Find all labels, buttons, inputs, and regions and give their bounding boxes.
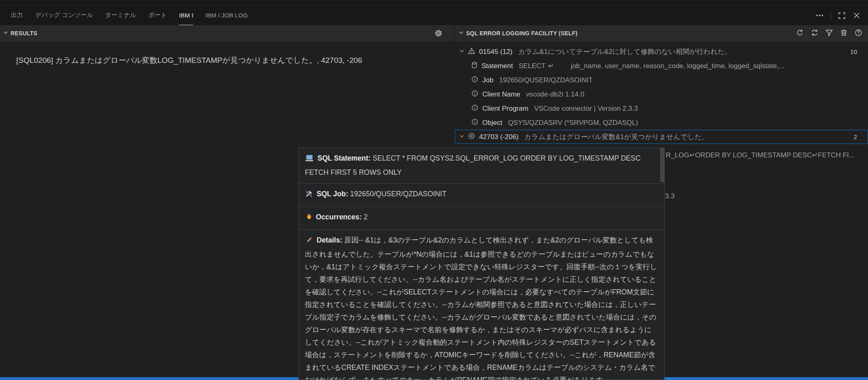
occurrence-badge: 10 bbox=[850, 48, 857, 55]
occurrence-badge: 2 bbox=[854, 133, 857, 140]
statement-label: Statement bbox=[482, 62, 513, 70]
statement-value: SELECT bbox=[519, 62, 546, 70]
error-code: 01545 (12) bbox=[479, 48, 512, 56]
tooltip-job-value: 192650/QUSER/QZDASOINIT bbox=[350, 190, 446, 198]
tooltip-job-section: SQL Job: 192650/QUSER/QZDASOINIT bbox=[299, 183, 664, 206]
tree-row-job[interactable]: Job 192650/QUSER/QZDASOINIT bbox=[455, 73, 868, 87]
client-program-label: Client Program bbox=[482, 105, 528, 113]
self-panel-header[interactable]: SQL ERROR LOGGING FACILITY (SELF) bbox=[455, 25, 868, 41]
tooltip-details-label: Details: bbox=[317, 236, 342, 244]
self-panel-actions bbox=[796, 28, 868, 39]
info-icon bbox=[471, 104, 479, 114]
job-value: 192650/QUSER/QZDASOINIT bbox=[499, 76, 593, 84]
refresh-icon[interactable] bbox=[796, 28, 804, 39]
sql-error-message: [SQL0206] カラムまたはグローバル変数LOG_TIMESTAMPが見つか… bbox=[16, 55, 362, 66]
client-name-label: Client Name bbox=[482, 90, 520, 99]
tree-row-42703-selected[interactable]: 42703 (-206) カラムまたはグローバル変数&1が見つかりませんでした。… bbox=[455, 130, 868, 144]
fire-icon bbox=[305, 213, 312, 225]
chevron-down-icon[interactable] bbox=[459, 133, 465, 141]
gear-icon[interactable] bbox=[434, 29, 443, 39]
tree-row-object[interactable]: Object QSYS/QZDASRV (*SRVPGM, QZDASQL) bbox=[455, 116, 868, 130]
tooltip-occurrences-value: 2 bbox=[364, 213, 368, 221]
panel-window-controls bbox=[815, 6, 861, 25]
newline-symbol: ↵ bbox=[548, 62, 554, 70]
database-icon bbox=[471, 61, 478, 71]
laptop-icon bbox=[305, 154, 314, 166]
error-hover-tooltip: SQL Statement: SELECT * FROM QSYS2.SQL_E… bbox=[298, 148, 665, 380]
info-icon bbox=[471, 118, 479, 128]
tooltip-occurrences-label: Occurrences: bbox=[316, 213, 362, 221]
partial-client-program-text: 3.3 bbox=[665, 192, 675, 200]
object-value: QSYS/QZDASRV (*SRVPGM, QZDASQL) bbox=[508, 119, 638, 127]
warning-icon bbox=[468, 47, 475, 57]
partial-statement-text: R_LOG↵ORDER BY LOG_TIMESTAMP DESC↵FETCH … bbox=[666, 151, 855, 159]
panel-tab-bar: 出力 デバッグ コンソール ターミナル ポート IBM I IBM I JOB … bbox=[0, 6, 248, 25]
tooltip-details-section: Details: 原因-- &1は，&3のテーブル&2のカラムとして検出されず，… bbox=[299, 230, 664, 380]
object-label: Object bbox=[482, 119, 502, 127]
tooltip-details-text: 原因-- &1は，&3のテーブル&2のカラムとして検出されず，また&2のグローバ… bbox=[305, 236, 657, 380]
chevron-down-icon[interactable] bbox=[459, 48, 465, 56]
filter-icon[interactable] bbox=[825, 28, 833, 39]
sync-icon[interactable] bbox=[810, 28, 819, 39]
info-icon bbox=[471, 90, 479, 99]
chevron-down-icon[interactable] bbox=[458, 29, 464, 37]
tree-row-statement[interactable]: Statement SELECT ↵ job_name, user_name, … bbox=[455, 59, 868, 73]
self-panel-title: SQL ERROR LOGGING FACILITY (SELF) bbox=[466, 30, 577, 36]
tooltip-job-label: SQL Job: bbox=[317, 190, 348, 198]
tab-debug-console[interactable]: デバッグ コンソール bbox=[35, 6, 93, 25]
tree-row-01545[interactable]: 01545 (12) カラム&1についてテーブル&2に対して修飾のない相関が行わ… bbox=[455, 45, 868, 59]
window-controls-separator bbox=[831, 11, 831, 19]
results-header[interactable]: RESULTS bbox=[0, 25, 454, 41]
tree-row-client-program[interactable]: Client Program VSCode connector | Versio… bbox=[455, 101, 868, 116]
trash-icon[interactable] bbox=[840, 28, 848, 39]
chevron-down-icon[interactable] bbox=[2, 29, 9, 37]
tab-ibm-i[interactable]: IBM I bbox=[179, 6, 193, 25]
tab-terminal[interactable]: ターミナル bbox=[105, 6, 136, 25]
tooltip-statement-label: SQL Statement: bbox=[317, 154, 371, 162]
error-code: 42703 (-206) bbox=[479, 133, 518, 141]
tab-output[interactable]: 出力 bbox=[11, 6, 23, 25]
client-name-value: vscode-db2i 1.14.0 bbox=[526, 90, 585, 99]
tab-ibm-i-job-log[interactable]: IBM I JOB LOG bbox=[205, 6, 248, 25]
client-program-value: VSCode connector | Version 2.3.3 bbox=[534, 105, 638, 113]
tooltip-occurrences-section: Occurrences: 2 bbox=[299, 206, 664, 230]
tools-icon bbox=[305, 189, 313, 202]
statement-columns: job_name, user_name, reason_code, logged… bbox=[571, 62, 784, 70]
vscode-panel-area: 出力 デバッグ コンソール ターミナル ポート IBM I IBM I JOB … bbox=[0, 0, 868, 380]
more-actions-icon[interactable] bbox=[815, 11, 824, 20]
tooltip-statement-section: SQL Statement: SELECT * FROM QSYS2.SQL_E… bbox=[299, 148, 664, 183]
results-title: RESULTS bbox=[11, 30, 37, 36]
pencil-icon bbox=[305, 236, 313, 248]
error-icon bbox=[468, 132, 475, 142]
tab-ports[interactable]: ポート bbox=[148, 6, 167, 25]
self-error-tree: 01545 (12) カラム&1についてテーブル&2に対して修飾のない相関が行わ… bbox=[455, 45, 868, 144]
close-panel-icon[interactable] bbox=[853, 11, 861, 19]
tooltip-scrollbar[interactable] bbox=[660, 148, 664, 182]
help-icon[interactable] bbox=[854, 28, 863, 39]
info-icon bbox=[471, 75, 479, 85]
job-label: Job bbox=[482, 76, 493, 84]
maximize-panel-icon[interactable] bbox=[838, 11, 846, 20]
tree-row-client-name[interactable]: Client Name vscode-db2i 1.14.0 bbox=[455, 87, 868, 101]
error-description: カラムまたはグローバル変数&1が見つかりませんでした。 bbox=[524, 132, 708, 142]
error-description: カラム&1についてテーブル&2に対して修飾のない相関が行われた。 bbox=[518, 47, 732, 56]
